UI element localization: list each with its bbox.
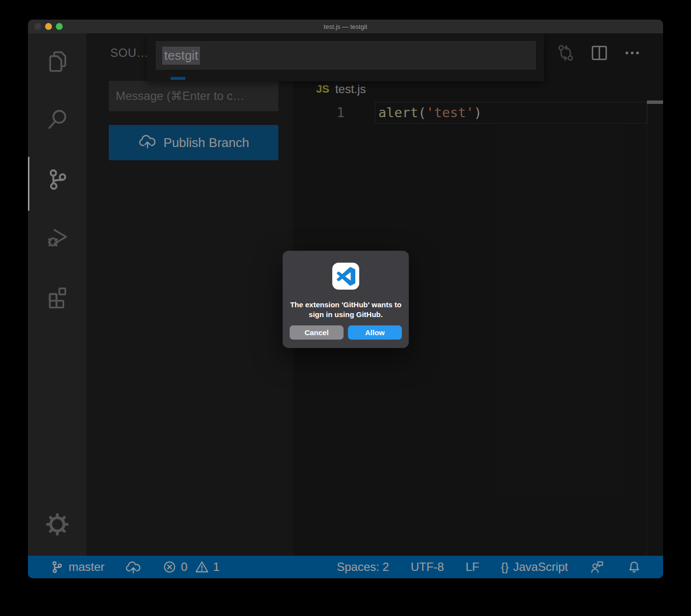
minimize-button[interactable] [45, 23, 52, 30]
dialog-message: The extension 'GitHub' wants to sign in … [288, 300, 404, 320]
zoom-button[interactable] [56, 23, 63, 30]
cancel-button[interactable]: Cancel [290, 325, 344, 340]
traffic-lights [34, 20, 63, 33]
dialog-message-line2: sign in using GitHub. [288, 310, 404, 320]
title-bar: test.js — testgit [28, 20, 663, 33]
allow-button[interactable]: Allow [348, 325, 402, 340]
window-title: test.js — testgit [324, 23, 368, 30]
close-button[interactable] [34, 23, 41, 30]
vscode-app-icon [332, 263, 359, 290]
extension-signin-dialog: The extension 'GitHub' wants to sign in … [283, 251, 409, 348]
dialog-message-line1: The extension 'GitHub' wants to [288, 300, 404, 310]
